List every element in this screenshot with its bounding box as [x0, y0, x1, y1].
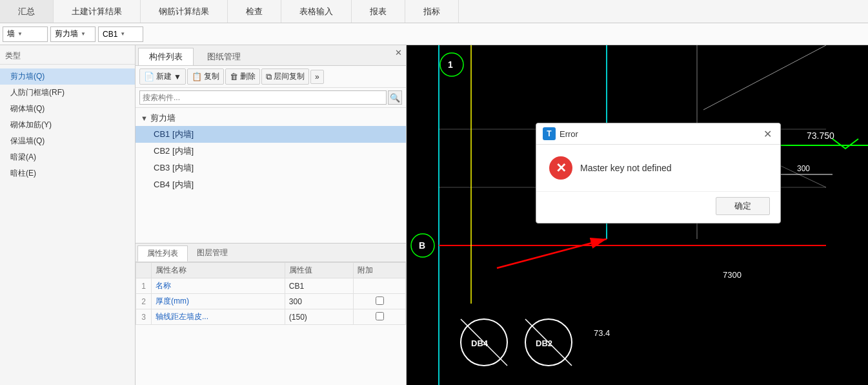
- tab-layer-manage[interactable]: 图层管理: [188, 245, 237, 262]
- tree-group-shear-wall[interactable]: ▼ 剪力墙: [136, 110, 406, 126]
- dropdown-arrow-icon: ▼: [17, 31, 23, 37]
- row1-num: 1: [136, 278, 152, 294]
- wall-type-dropdown[interactable]: 墙 ▼: [3, 26, 48, 42]
- dialog-app-icon: T: [543, 127, 556, 140]
- wall-subtype-label: 剪力墙: [55, 28, 78, 39]
- new-btn-label: 新建: [156, 71, 172, 82]
- col-header-value: 属性值: [285, 263, 354, 278]
- copy-btn-label: 复制: [204, 71, 219, 82]
- delete-button[interactable]: 🗑 删除: [225, 68, 260, 85]
- row3-num: 3: [136, 309, 152, 325]
- col-header-extra: 附加: [354, 263, 406, 278]
- cad-view-panel: 73.750 3500 300 1 B 7300: [407, 45, 868, 385]
- row1-checkbox: [354, 278, 406, 294]
- menu-item-civil[interactable]: 土建计算结果: [54, 0, 141, 23]
- tree-item-cb3[interactable]: CB3 [内墙]: [136, 160, 406, 176]
- more-button[interactable]: »: [310, 70, 324, 84]
- left-item-masonry-rebar[interactable]: 砌体加筋(Y): [0, 117, 135, 133]
- row3-name: 轴线距左墙皮...: [152, 309, 285, 325]
- col-header-num: [136, 263, 152, 278]
- row2-name: 厚度(mm): [152, 294, 285, 309]
- dialog-body: ✕ Master key not defined: [536, 145, 780, 191]
- search-box: 🔍: [136, 88, 406, 108]
- copy-button[interactable]: 📋 复制: [187, 68, 224, 85]
- dropdown-arrow3-icon: ▼: [120, 31, 125, 37]
- menu-item-indicator[interactable]: 指标: [405, 0, 459, 23]
- menu-item-report[interactable]: 报表: [352, 0, 405, 23]
- row2-num: 2: [136, 294, 152, 309]
- new-button[interactable]: 📄 新建 ▼: [139, 68, 186, 85]
- table-row: 2 厚度(mm) 300: [136, 294, 406, 309]
- properties-panel: 属性列表 图层管理 属性名称 属性值 附加 1: [136, 243, 406, 385]
- dialog-close-button[interactable]: ✕: [761, 127, 774, 140]
- center-panel-close[interactable]: ✕: [395, 48, 402, 57]
- menu-item-table[interactable]: 表格输入: [281, 0, 352, 23]
- dialog-title-text: Error: [560, 129, 578, 139]
- tab-props-list[interactable]: 属性列表: [137, 245, 188, 262]
- tab-drawing-manage[interactable]: 图纸管理: [196, 48, 252, 65]
- tree-group-label: 剪力墙: [150, 112, 176, 124]
- floor-copy-btn-label: 层间复制: [274, 71, 305, 82]
- new-icon: 📄: [144, 72, 154, 81]
- row3-checkbox[interactable]: [354, 309, 406, 325]
- center-panel: ✕ 构件列表 图纸管理 📄 新建 ▼ 📋 复制 🗑: [136, 45, 407, 385]
- row2-value[interactable]: 300: [285, 294, 354, 309]
- dropdown-arrow2-icon: ▼: [81, 31, 86, 37]
- table-row: 3 轴线距左墙皮... (150): [136, 309, 406, 325]
- dialog-overlay: T Error ✕ ✕ Master key not defined 确定: [407, 45, 868, 385]
- component-tab-bar: 构件列表 图纸管理: [136, 45, 406, 66]
- left-item-insulation-wall[interactable]: 保温墙(Q): [0, 133, 135, 149]
- row3-value[interactable]: (150): [285, 309, 354, 325]
- tab-component-list[interactable]: 构件列表: [138, 48, 194, 65]
- component-toolbar: 📄 新建 ▼ 📋 复制 🗑 删除 ⧉ 层间复制 »: [136, 66, 406, 88]
- left-item-hidden-beam[interactable]: 暗梁(A): [0, 149, 135, 165]
- tree-item-cb2[interactable]: CB2 [内墙]: [136, 143, 406, 160]
- confirm-button[interactable]: 确定: [716, 197, 770, 215]
- tree-expand-icon: ▼: [141, 114, 148, 122]
- row1-value[interactable]: CB1: [285, 278, 354, 294]
- left-item-shear-wall[interactable]: 剪力墙(Q): [0, 68, 135, 85]
- component-tree: ▼ 剪力墙 CB1 [内墙] CB2 [内墙] CB3 [内墙] CB4 [内墙…: [136, 108, 406, 243]
- left-item-masonry-wall[interactable]: 砌体墙(Q): [0, 101, 135, 117]
- top-menu-bar: 汇总 土建计算结果 钢筋计算结果 检查 表格输入 报表 指标: [0, 0, 868, 23]
- search-icon: 🔍: [390, 93, 400, 103]
- search-button[interactable]: 🔍: [388, 90, 402, 105]
- row1-name: 名称: [152, 278, 285, 294]
- search-input[interactable]: [139, 90, 387, 105]
- error-icon: ✕: [549, 156, 572, 180]
- error-x-icon: ✕: [556, 160, 567, 176]
- element-select-label: CB1: [103, 30, 117, 39]
- floor-copy-icon: ⧉: [266, 72, 272, 82]
- left-item-hidden-column[interactable]: 暗柱(E): [0, 165, 135, 182]
- left-panel-list: 剪力墙(Q) 人防门框墙(RF) 砌体墙(Q) 砌体加筋(Y) 保温墙(Q) 暗…: [0, 65, 135, 185]
- left-type-panel: 类型 剪力墙(Q) 人防门框墙(RF) 砌体墙(Q) 砌体加筋(Y) 保温墙(Q…: [0, 45, 136, 385]
- new-dropdown-icon: ▼: [174, 72, 181, 81]
- menu-item-check[interactable]: 检查: [228, 0, 281, 23]
- main-area: 类型 剪力墙(Q) 人防门框墙(RF) 砌体墙(Q) 砌体加筋(Y) 保温墙(Q…: [0, 45, 868, 385]
- delete-icon: 🗑: [230, 72, 238, 81]
- wall-subtype-dropdown[interactable]: 剪力墙 ▼: [50, 26, 96, 42]
- wall-type-label: 墙: [7, 28, 15, 39]
- menu-item-summary[interactable]: 汇总: [0, 0, 54, 23]
- toolbar-row: 墙 ▼ 剪力墙 ▼ CB1 ▼: [0, 23, 868, 45]
- menu-item-rebar[interactable]: 钢筋计算结果: [141, 0, 228, 23]
- properties-table: 属性名称 属性值 附加 1 名称 CB1 2: [136, 262, 406, 385]
- table-row: 1 名称 CB1: [136, 278, 406, 294]
- props-tab-bar: 属性列表 图层管理: [136, 244, 406, 262]
- tree-item-cb1[interactable]: CB1 [内墙]: [136, 126, 406, 143]
- left-item-civil-door[interactable]: 人防门框墙(RF): [0, 85, 135, 101]
- dialog-title-left: T Error: [543, 127, 578, 140]
- floor-copy-button[interactable]: ⧉ 层间复制: [261, 68, 309, 85]
- col-header-name: 属性名称: [152, 263, 285, 278]
- error-dialog: T Error ✕ ✕ Master key not defined 确定: [536, 123, 781, 224]
- dialog-title-bar: T Error ✕: [536, 123, 780, 145]
- row2-checkbox[interactable]: [354, 294, 406, 309]
- delete-btn-label: 删除: [240, 71, 256, 82]
- left-panel-header: 类型: [0, 45, 135, 65]
- copy-icon: 📋: [192, 72, 202, 81]
- error-message: Master key not defined: [580, 163, 672, 173]
- tree-item-cb4[interactable]: CB4 [内墙]: [136, 176, 406, 193]
- element-select-dropdown[interactable]: CB1 ▼: [98, 26, 143, 42]
- dialog-footer: 确定: [536, 191, 780, 223]
